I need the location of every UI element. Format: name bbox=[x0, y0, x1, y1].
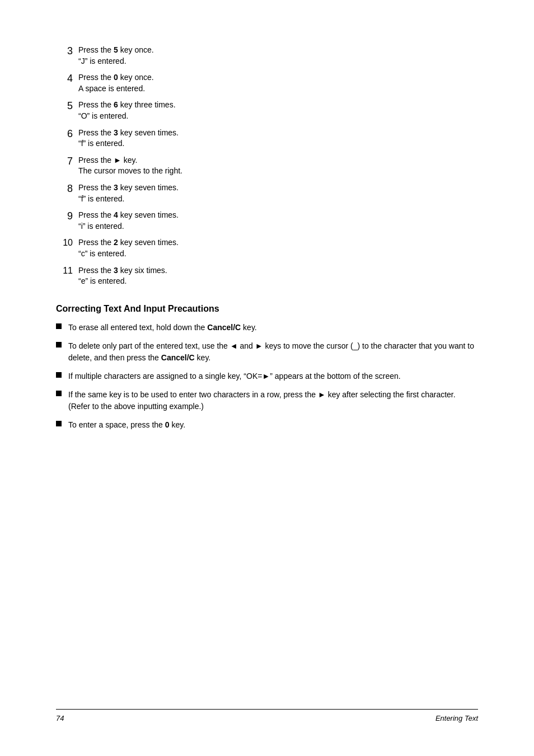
step-instruction: Press the 3 key six times. bbox=[78, 265, 478, 276]
step-number: 9 bbox=[56, 210, 78, 223]
step-instruction: Press the 3 key seven times. bbox=[78, 128, 478, 139]
step-content: Press the 0 key once.A space is entered. bbox=[78, 72, 478, 94]
bullet-text: To erase all entered text, hold down the… bbox=[68, 322, 478, 334]
bullet-text: If the same key is to be used to enter t… bbox=[68, 389, 478, 412]
step: 11Press the 3 key six times.“e” is enter… bbox=[56, 265, 478, 287]
bullet-icon bbox=[56, 323, 62, 329]
bullet-icon bbox=[56, 342, 62, 348]
step: 10Press the 2 key seven times.“c” is ent… bbox=[56, 237, 478, 259]
step-content: Press the 5 key once.“J” is entered. bbox=[78, 45, 478, 67]
step-result: “i” is entered. bbox=[78, 221, 478, 232]
page-footer: 74 Entering Text bbox=[56, 709, 478, 722]
step-content: Press the 4 key seven times.“i” is enter… bbox=[78, 210, 478, 232]
step-instruction: Press the 5 key once. bbox=[78, 45, 478, 56]
numbered-steps: 3Press the 5 key once.“J” is entered.4Pr… bbox=[56, 45, 478, 287]
bullet-item: To erase all entered text, hold down the… bbox=[56, 322, 478, 334]
bullet-list: To erase all entered text, hold down the… bbox=[56, 322, 478, 431]
bullet-icon bbox=[56, 421, 62, 426]
step: 3Press the 5 key once.“J” is entered. bbox=[56, 45, 478, 67]
bullet-item: To delete only part of the entered text,… bbox=[56, 340, 478, 364]
step: 6Press the 3 key seven times.“f” is ente… bbox=[56, 128, 478, 149]
step-content: Press the 3 key six times.“e” is entered… bbox=[78, 265, 478, 287]
step: 8Press the 3 key seven times.“f” is ente… bbox=[56, 182, 478, 204]
bullet-text: If multiple characters are assigned to a… bbox=[68, 370, 478, 382]
step-instruction: Press the 2 key seven times. bbox=[78, 237, 478, 248]
step-result: “J” is entered. bbox=[78, 56, 478, 67]
step-result: “O” is entered. bbox=[78, 111, 478, 122]
step-number: 10 bbox=[56, 237, 78, 249]
step-result: The cursor moves to the right. bbox=[78, 166, 478, 177]
bullet-icon bbox=[56, 372, 62, 378]
step-instruction: Press the 6 key three times. bbox=[78, 100, 478, 111]
step-content: Press the 3 key seven times.“f” is enter… bbox=[78, 182, 478, 204]
step-content: Press the ► key.The cursor moves to the … bbox=[78, 155, 478, 177]
step-result: “f” is entered. bbox=[78, 194, 478, 205]
section-heading: Correcting Text And Input Precautions bbox=[56, 304, 478, 314]
step-instruction: Press the 0 key once. bbox=[78, 72, 478, 83]
step-result: “e” is entered. bbox=[78, 276, 478, 287]
step-number: 7 bbox=[56, 155, 78, 168]
bullet-text: To enter a space, press the 0 key. bbox=[68, 419, 478, 431]
step-instruction: Press the ► key. bbox=[78, 155, 478, 166]
step: 5Press the 6 key three times.“O” is ente… bbox=[56, 100, 478, 121]
step-number: 8 bbox=[56, 182, 78, 195]
step-number: 11 bbox=[56, 265, 78, 277]
step-instruction: Press the 3 key seven times. bbox=[78, 182, 478, 194]
bullet-item: If multiple characters are assigned to a… bbox=[56, 370, 478, 382]
step-content: Press the 6 key three times.“O” is enter… bbox=[78, 100, 478, 121]
step-content: Press the 2 key seven times.“c” is enter… bbox=[78, 237, 478, 259]
page-container: 3Press the 5 key once.“J” is entered.4Pr… bbox=[0, 0, 534, 756]
step-number: 6 bbox=[56, 128, 78, 140]
bullet-icon bbox=[56, 391, 62, 396]
step-result: “f” is entered. bbox=[78, 138, 478, 149]
step-number: 3 bbox=[56, 45, 78, 58]
step: 7Press the ► key.The cursor moves to the… bbox=[56, 155, 478, 177]
step-number: 4 bbox=[56, 72, 78, 85]
bullet-item: If the same key is to be used to enter t… bbox=[56, 389, 478, 412]
step-number: 5 bbox=[56, 100, 78, 112]
step-result: A space is entered. bbox=[78, 83, 478, 95]
footer-title: Entering Text bbox=[435, 714, 478, 722]
correcting-section: Correcting Text And Input Precautions To… bbox=[56, 304, 478, 431]
step-instruction: Press the 4 key seven times. bbox=[78, 210, 478, 221]
step-content: Press the 3 key seven times.“f” is enter… bbox=[78, 128, 478, 149]
bullet-text: To delete only part of the entered text,… bbox=[68, 340, 478, 364]
step: 4Press the 0 key once.A space is entered… bbox=[56, 72, 478, 94]
bullet-item: To enter a space, press the 0 key. bbox=[56, 419, 478, 431]
step-result: “c” is entered. bbox=[78, 248, 478, 260]
step: 9Press the 4 key seven times.“i” is ente… bbox=[56, 210, 478, 232]
footer-page-number: 74 bbox=[56, 714, 64, 722]
